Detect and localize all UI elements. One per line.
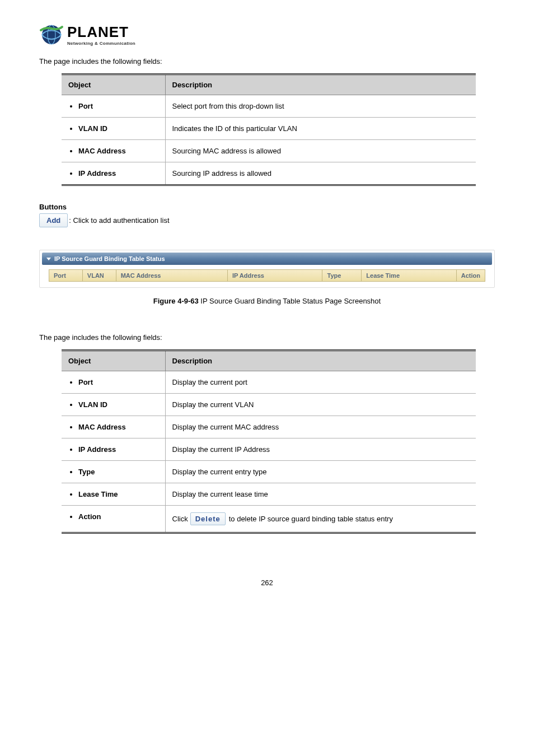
logo-name: PLANET [67, 24, 135, 41]
add-button[interactable]: Add [39, 213, 68, 227]
figure-caption: Figure 4-9-63 IP Source Guard Binding Ta… [39, 297, 495, 305]
fields-table-2: Object Description Port Display the curr… [62, 349, 476, 534]
logo-tagline: Networking & Communication [67, 41, 135, 46]
col-ip: IP Address [227, 269, 322, 282]
obj-label: IP Address [78, 445, 158, 454]
obj-label: Port [78, 378, 158, 386]
status-columns: Port VLAN MAC Address IP Address Type Le… [42, 269, 492, 285]
brand-logo: PLANET Networking & Communication [39, 22, 495, 47]
obj-desc: Display the current VLAN [165, 394, 476, 416]
table-row: Type Display the current entry type [62, 461, 476, 483]
obj-label: MAC Address [78, 147, 158, 155]
table-row: Port Display the current port [62, 371, 476, 394]
obj-label: Port [78, 102, 158, 110]
col-header-object: Object [62, 351, 165, 371]
status-panel: IP Source Guard Binding Table Status Por… [39, 250, 495, 288]
col-header-object: Object [62, 74, 165, 95]
obj-desc: Sourcing IP address is allowed [165, 162, 476, 185]
table-row: Port Select port from this drop-down lis… [62, 95, 476, 118]
page-number: 262 [39, 578, 495, 587]
table-row: MAC Address Sourcing MAC address is allo… [62, 140, 476, 162]
obj-label: Action [78, 512, 158, 521]
obj-desc: Display the current port [165, 371, 476, 394]
col-type: Type [322, 269, 361, 282]
obj-label: VLAN ID [78, 400, 158, 409]
table-row: IP Address Display the current IP Addres… [62, 438, 476, 461]
status-panel-header[interactable]: IP Source Guard Binding Table Status [42, 253, 492, 265]
table-row: VLAN ID Indicates the ID of this particu… [62, 118, 476, 140]
table-row: Action Click Delete to delete IP source … [62, 506, 476, 533]
figure-label: Figure 4-9-63 [153, 297, 199, 305]
obj-label: VLAN ID [78, 124, 158, 133]
status-panel-title: IP Source Guard Binding Table Status [54, 255, 165, 262]
obj-desc: Sourcing MAC address is allowed [165, 140, 476, 162]
col-action: Action [456, 269, 485, 282]
obj-desc: Indicates the ID of this particular VLAN [165, 118, 476, 140]
table-row: Lease Time Display the current lease tim… [62, 483, 476, 506]
obj-desc: Display the current IP Address [165, 438, 476, 461]
col-lease: Lease Time [361, 269, 456, 282]
col-header-description: Description [165, 351, 476, 371]
table-row: MAC Address Display the current MAC addr… [62, 416, 476, 438]
add-button-row: Add : Click to add authentication list [39, 213, 495, 227]
delete-button[interactable]: Delete [190, 512, 226, 525]
col-mac: MAC Address [116, 269, 227, 282]
obj-label: Lease Time [78, 490, 158, 498]
col-port: Port [49, 269, 82, 282]
intro-text-1: The page includes the following fields: [39, 57, 495, 66]
table-row: VLAN ID Display the current VLAN [62, 394, 476, 416]
obj-label: MAC Address [78, 423, 158, 431]
action-pre-text: Click [172, 515, 188, 523]
globe-icon [39, 22, 64, 47]
col-vlan: VLAN [82, 269, 116, 282]
figure-text: IP Source Guard Binding Table Status Pag… [199, 297, 381, 305]
obj-desc: Display the current MAC address [165, 416, 476, 438]
chevron-down-icon [46, 258, 51, 260]
obj-label: IP Address [78, 169, 158, 178]
fields-table-1: Object Description Port Select port from… [62, 73, 476, 186]
intro-text-2: The page includes the following fields: [39, 333, 495, 342]
obj-desc: Display the current lease time [165, 483, 476, 506]
col-header-description: Description [165, 74, 476, 95]
obj-label: Type [78, 468, 158, 476]
action-post-text: to delete IP source guard binding table … [229, 515, 393, 523]
add-button-desc: : Click to add authentication list [69, 216, 169, 225]
table-row: IP Address Sourcing IP address is allowe… [62, 162, 476, 185]
buttons-heading: Buttons [39, 203, 495, 211]
obj-desc: Display the current entry type [165, 461, 476, 483]
obj-desc: Select port from this drop-down list [165, 95, 476, 118]
